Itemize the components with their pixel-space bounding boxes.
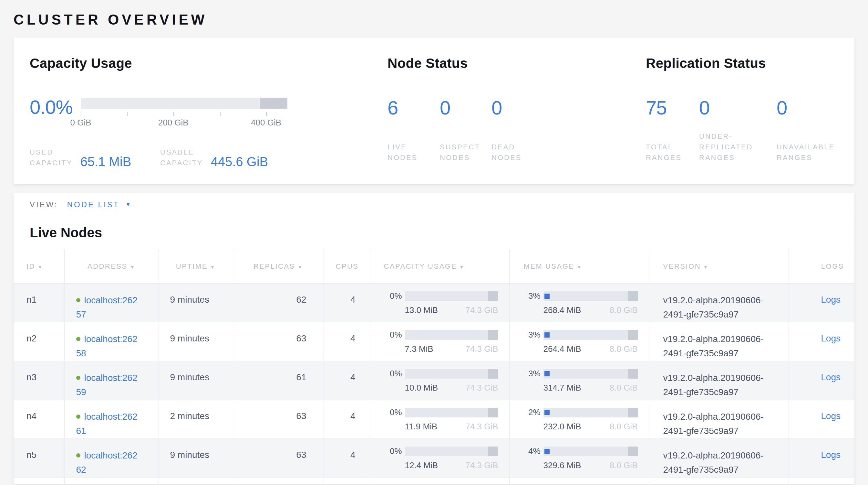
node-address-link[interactable]: localhost:26262	[76, 450, 137, 475]
live-status-dot-icon	[76, 298, 81, 302]
mem-used-segment	[545, 333, 550, 338]
sort-caret-icon: ▼	[703, 264, 709, 270]
suspect-nodes-label: SUSPECT NODES	[440, 142, 492, 163]
mem-bar	[544, 447, 638, 456]
view-bar: VIEW: NODE LIST ▼	[13, 193, 855, 216]
mem-used: 264.4 MiB	[544, 344, 581, 354]
node-address-link[interactable]: localhost:26261	[76, 411, 137, 436]
axis-label-0: 0 GiB	[70, 118, 91, 128]
node-address-cell: localhost:26257	[64, 284, 159, 322]
chevron-down-icon: ▼	[125, 202, 131, 207]
cluster-overview-page: CLUSTER OVERVIEW Capacity Usage 0.0%	[0, 0, 868, 484]
logs-link[interactable]: Logs	[821, 411, 841, 421]
node-version: v19.2.0-alpha.20190606-2491-gfe735c9a97	[649, 322, 788, 361]
capacity-usage-heading: Capacity Usage	[30, 56, 388, 71]
node-replicas: 61	[233, 361, 323, 400]
sort-caret-icon: ▼	[460, 264, 465, 270]
mem-used: 268.4 MiB	[544, 305, 581, 315]
under-replicated-ranges-label: UNDER- REPLICATED RANGES	[699, 131, 777, 163]
column-header-cpus: CPUS	[323, 249, 371, 284]
capacity-usage-cell: 0% 13.0 MiB74.3 GiB	[371, 284, 509, 322]
node-replicas: 63	[233, 439, 323, 478]
logs-link[interactable]: Logs	[821, 450, 841, 460]
mem-total: 8.0 GiB	[610, 344, 638, 354]
table-row: n1 localhost:26257 9 minutes 62 4 0% 13.…	[13, 284, 855, 322]
node-id: n3	[13, 361, 64, 400]
column-header-logs: LOGS	[788, 249, 855, 284]
capacity-total: 74.3 GiB	[465, 422, 498, 432]
column-header-uptime[interactable]: UPTIME▼	[159, 249, 233, 284]
mem-used: 232.0 MiB	[544, 422, 581, 432]
total-ranges-stat: 75 TOTAL RANGES	[646, 98, 699, 163]
live-status-dot-icon	[76, 415, 81, 419]
mem-usage-cell: 4% 329.6 MiB8.0 GiB	[509, 439, 649, 478]
capacity-used: 12.4 MiB	[405, 460, 438, 470]
mem-used-segment	[545, 449, 550, 454]
capacity-percent: 0%	[384, 330, 402, 340]
column-header-replicas[interactable]: REPLICAS▼	[233, 249, 323, 284]
live-status-dot-icon	[76, 453, 81, 458]
mem-percent: 2%	[523, 407, 540, 418]
capacity-used: 13.0 MiB	[405, 305, 438, 315]
mem-percent: 3%	[523, 369, 540, 379]
dead-nodes-stat: 0 DEAD NODES	[492, 98, 522, 163]
table-header-row: ID▼ ADDRESS▼ UPTIME▼ REPLICAS▼ CPUS	[13, 249, 855, 284]
mem-percent: 3%	[523, 291, 540, 301]
total-ranges-value: 75	[646, 98, 699, 118]
column-header-address[interactable]: ADDRESS▼	[64, 249, 159, 284]
mem-bar	[544, 291, 638, 301]
mem-usage-cell: 3% 264.4 MiB8.0 GiB	[509, 322, 649, 361]
node-address-cell: localhost:26261	[64, 400, 159, 439]
sort-caret-icon: ▼	[130, 264, 135, 270]
capacity-total: 74.3 GiB	[465, 305, 498, 315]
logs-cell: Logs	[788, 400, 855, 439]
capacity-axis-ticks	[81, 112, 287, 116]
node-status-heading: Node Status	[388, 56, 646, 71]
logs-link[interactable]: Logs	[821, 333, 841, 343]
live-nodes-label: LIVE NODES	[388, 142, 440, 163]
under-replicated-ranges-stat: 0 UNDER- REPLICATED RANGES	[699, 98, 777, 163]
table-row-partial	[13, 478, 855, 485]
table-row: n5 localhost:26262 9 minutes 63 4 0% 12.…	[13, 439, 855, 478]
logs-link[interactable]: Logs	[821, 372, 841, 382]
mem-usage-cell: 3% 314.7 MiB8.0 GiB	[509, 361, 649, 400]
column-header-capacity-usage[interactable]: CAPACITY USAGE▼	[371, 249, 509, 284]
capacity-bar	[405, 369, 498, 379]
unavailable-ranges-label: UNAVAILABLE RANGES	[777, 142, 835, 163]
capacity-percent: 0%	[384, 369, 402, 379]
used-capacity-stat: USED CAPACITY 65.1 MiB	[30, 147, 160, 168]
capacity-used: 7.3 MiB	[405, 344, 433, 354]
capacity-total: 74.3 GiB	[465, 344, 498, 354]
column-header-mem-usage[interactable]: MEM USAGE▼	[509, 249, 649, 284]
column-header-version[interactable]: VERSION▼	[649, 249, 788, 284]
sort-caret-icon: ▼	[38, 264, 43, 270]
capacity-summary-bar: 0 GiB 200 GiB 400 GiB	[81, 98, 287, 128]
live-nodes-table: ID▼ ADDRESS▼ UPTIME▼ REPLICAS▼ CPUS	[13, 249, 855, 484]
capacity-total: 74.3 GiB	[465, 383, 498, 393]
sort-caret-icon: ▼	[298, 264, 303, 270]
sort-caret-icon: ▼	[210, 264, 215, 270]
node-address-link[interactable]: localhost:26257	[76, 295, 137, 319]
node-uptime: 9 minutes	[159, 439, 233, 478]
node-address-link[interactable]: localhost:26258	[76, 334, 137, 358]
node-version: v19.2.0-alpha.20190606-2491-gfe735c9a97	[649, 400, 788, 439]
live-status-dot-icon	[76, 376, 81, 380]
capacity-bar	[405, 291, 498, 301]
sort-caret-icon: ▼	[577, 264, 582, 270]
node-replicas: 63	[233, 322, 323, 361]
mem-percent: 3%	[523, 330, 540, 340]
capacity-usage-cell: 0% 7.3 MiB74.3 GiB	[371, 322, 509, 361]
live-nodes-stat: 6 LIVE NODES	[388, 98, 440, 163]
capacity-bar	[405, 447, 498, 456]
node-id: n4	[13, 400, 64, 439]
node-id: n1	[13, 284, 64, 322]
node-address-link[interactable]: localhost:26259	[76, 373, 137, 397]
unavailable-ranges-value: 0	[777, 98, 835, 118]
mem-total: 8.0 GiB	[610, 422, 638, 432]
view-selector-dropdown[interactable]: NODE LIST ▼	[67, 200, 131, 209]
node-cpus: 4	[323, 322, 371, 361]
dead-nodes-value: 0	[492, 98, 522, 118]
column-header-id[interactable]: ID▼	[13, 249, 64, 284]
usable-capacity-stat: USABLE CAPACITY 445.6 GiB	[160, 147, 268, 168]
logs-link[interactable]: Logs	[821, 294, 841, 305]
